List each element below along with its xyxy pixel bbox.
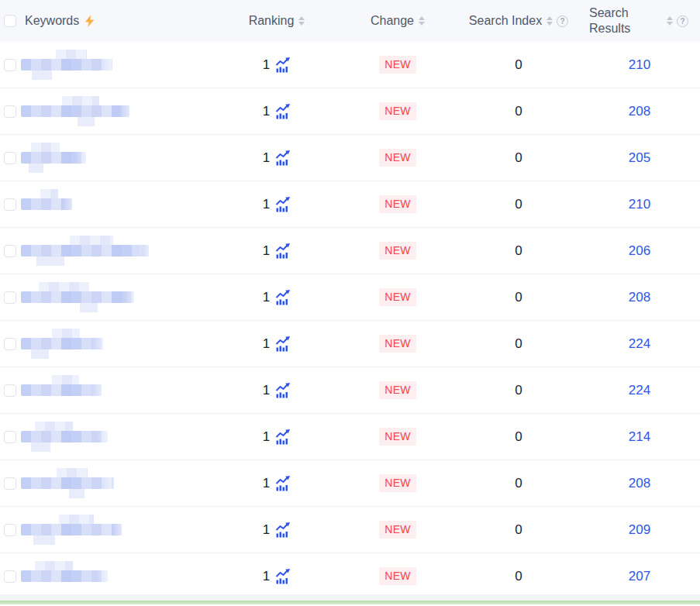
search-results-link[interactable]: 206 [629,243,650,259]
ranking-column-header[interactable]: Ranking [216,14,337,28]
row-checkbox[interactable] [4,198,16,211]
ranking-value: 1 [263,336,270,352]
row-checkbox[interactable] [4,152,16,164]
trend-chart-icon[interactable] [275,383,291,398]
change-new-badge: NEW [379,381,416,399]
search-results-cell: 210 [579,197,700,212]
redacted-keyword [21,477,114,489]
search-results-cell: 208 [579,104,700,119]
keywords-column-header: Keywords [21,14,216,28]
trend-chart-icon[interactable] [275,522,291,538]
table-header: Keywords Ranking Change Search Index ? [0,0,700,42]
change-cell: NEW [337,195,458,213]
search-index-cell: 0 [458,57,579,73]
search-index-value: 0 [515,383,522,398]
row-checkbox[interactable] [4,245,16,257]
question-circle-icon[interactable]: ? [557,15,568,27]
search-index-value: 0 [515,336,522,352]
search-index-cell: 0 [458,290,579,305]
horizontal-scrollbar-track[interactable] [0,594,700,601]
ranking-value: 1 [263,104,270,119]
search-results-link[interactable]: 208 [629,476,650,491]
search-results-column-header[interactable]: Search Results ? [579,5,700,36]
row-checkbox-cell [0,524,21,536]
header-checkbox-cell [0,15,21,27]
sort-carets-icon[interactable] [667,16,673,26]
search-results-link[interactable]: 224 [629,336,650,352]
search-index-value: 0 [515,243,522,259]
change-new-badge: NEW [379,102,416,120]
row-checkbox[interactable] [4,477,16,490]
trend-chart-icon[interactable] [275,57,291,73]
sort-carets-icon[interactable] [547,16,553,26]
redacted-keyword [21,524,122,535]
ranking-cell: 1 [216,522,337,538]
table-row: 1 NEW 0 208 [0,460,700,507]
row-checkbox[interactable] [4,338,16,350]
table-row: 1 NEW 0 205 [0,135,700,181]
trend-chart-icon[interactable] [275,150,291,166]
search-results-link[interactable]: 209 [629,522,650,538]
trend-chart-icon[interactable] [275,476,291,491]
search-results-link[interactable]: 208 [629,104,650,119]
search-index-cell: 0 [458,476,579,491]
change-new-badge: NEW [379,288,416,306]
redacted-keyword [21,570,108,582]
row-checkbox[interactable] [4,291,16,304]
row-checkbox[interactable] [4,524,16,536]
trend-chart-icon[interactable] [275,569,291,584]
keyword-cell [21,570,216,582]
trend-chart-icon[interactable] [275,197,291,212]
trend-chart-icon[interactable] [275,290,291,305]
row-checkbox[interactable] [4,431,16,443]
keyword-cell [21,431,216,442]
row-checkbox-cell [0,477,21,490]
search-results-link[interactable]: 210 [629,57,650,73]
row-checkbox-cell [0,384,21,397]
search-results-link[interactable]: 205 [629,150,650,166]
trend-chart-icon[interactable] [275,243,291,259]
row-checkbox[interactable] [4,570,16,583]
question-circle-icon[interactable]: ? [677,15,688,27]
change-new-badge: NEW [379,242,416,260]
ranking-cell: 1 [216,197,337,212]
trend-chart-icon[interactable] [275,429,291,445]
keyword-cell [21,291,216,303]
keyword-cell [21,245,216,257]
search-results-link[interactable]: 224 [629,383,650,398]
row-checkbox[interactable] [4,384,16,397]
search-index-column-header[interactable]: Search Index ? [458,14,579,28]
select-all-checkbox[interactable] [4,15,16,27]
search-index-value: 0 [515,429,522,445]
sort-carets-icon[interactable] [298,16,305,26]
change-cell: NEW [337,102,458,120]
row-checkbox[interactable] [4,105,16,118]
ranking-value: 1 [263,57,270,73]
lightning-bolt-icon [84,15,95,28]
search-results-header-icons: ? [667,15,688,27]
search-index-cell: 0 [458,429,579,445]
row-checkbox-cell [0,152,21,164]
sort-carets-icon[interactable] [419,16,425,26]
search-results-cell: 208 [579,290,700,305]
change-new-badge: NEW [379,567,416,585]
change-new-badge: NEW [379,474,416,492]
search-results-link[interactable]: 210 [629,197,650,212]
row-checkbox-cell [0,198,21,211]
ranking-value: 1 [263,150,270,166]
change-column-header[interactable]: Change [337,14,458,28]
trend-chart-icon[interactable] [275,104,291,119]
search-results-link[interactable]: 214 [629,429,650,445]
search-index-value: 0 [515,476,522,491]
search-index-value: 0 [515,569,522,584]
row-checkbox[interactable] [4,59,16,71]
redacted-keyword [21,152,86,164]
ranking-value: 1 [263,197,270,212]
search-index-cell: 0 [458,336,579,352]
trend-chart-icon[interactable] [275,336,291,352]
search-results-link[interactable]: 207 [629,569,650,584]
redacted-keyword [21,384,102,396]
search-results-link[interactable]: 208 [629,290,650,305]
redacted-keyword [21,245,149,257]
search-index-value: 0 [515,522,522,538]
